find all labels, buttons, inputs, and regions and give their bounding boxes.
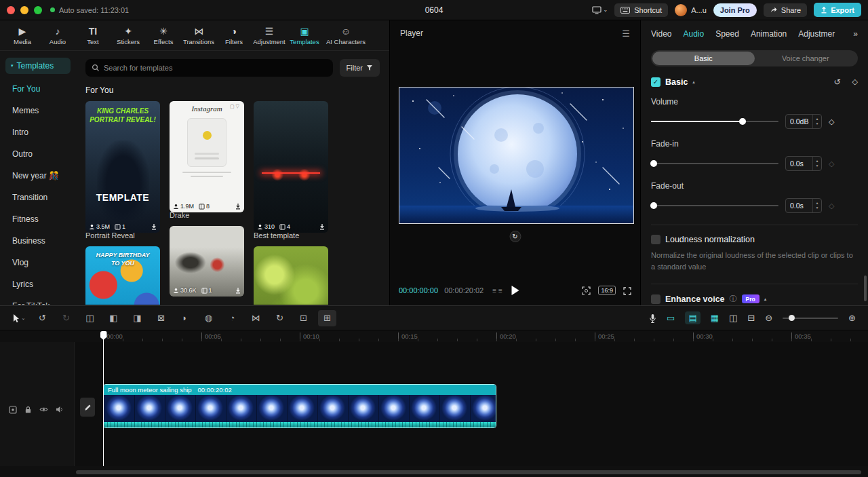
template-thumbnail[interactable]: 310 4 [254,101,328,233]
close-window-button[interactable] [7,6,15,14]
delete-right-button[interactable]: ◨ [125,313,149,323]
export-button[interactable]: Export [814,3,861,17]
cover-icon[interactable] [9,403,17,415]
volume-keyframe-icon[interactable]: ◇ [829,117,834,126]
caret-up-icon[interactable]: ▴ [764,297,767,302]
segment-voice-changer[interactable]: Voice changer [755,52,857,65]
enhance-voice-checkbox[interactable] [651,294,660,304]
sidebar-item-memes[interactable]: Memes [5,100,71,121]
fade-out-slider[interactable] [651,205,778,206]
mute-icon[interactable] [56,403,64,415]
timeline-zoom-slider[interactable] [783,318,838,319]
nav-text[interactable]: TIText [76,26,110,45]
nav-stickers[interactable]: ✦Stickers [111,26,145,45]
inspector-scrollbar[interactable] [864,275,867,301]
select-tool-button[interactable]: ⌄ [7,313,31,323]
eye-icon[interactable] [39,403,48,415]
split-view-button[interactable]: ◫ [729,313,737,323]
keyframe-icon[interactable]: ◇ [852,77,858,87]
sidebar-item-new-year[interactable]: New year 🎊 [5,165,71,187]
overlay-mode-button[interactable]: ⊞ [318,310,336,326]
tabs-overflow-icon[interactable]: » [853,29,858,39]
basic-checkbox[interactable]: ✓ [651,77,660,87]
mark-icons[interactable]: ≡≡ [492,287,505,294]
template-thumbnail[interactable]: 30.6K 1 [170,226,244,297]
redo-button[interactable]: ↻ [54,313,78,323]
template-card[interactable]: 310 4 Best template [254,101,328,240]
download-icon[interactable] [235,203,241,210]
info-icon[interactable]: ⓘ [730,294,737,304]
reset-icon[interactable]: ↺ [833,77,840,87]
split-button[interactable]: ◫ [78,313,102,323]
fade-out-value-box[interactable]: 0.0s ▲▼ [785,198,822,213]
sidebar-item-for-tiktok[interactable]: For TikTok [5,295,71,305]
template-thumbnail[interactable] [254,246,328,305]
mirror-button[interactable]: ⋈ [244,313,268,323]
nav-filters[interactable]: ◑Filters [217,26,251,45]
template-thumbnail[interactable]: KING CHARLES PORTRAIT REVEAL! TEMPLATE 3… [85,101,160,233]
play-button[interactable] [511,286,519,295]
template-card[interactable]: Instagram ▢▽ 1.9M 8 Drake [170,101,244,219]
undo-button[interactable]: ↺ [31,313,54,323]
fullscreen-icon[interactable] [623,286,631,294]
nav-media[interactable]: ▶Media [5,26,39,45]
templates-category-header[interactable]: ▾ Templates [5,58,71,74]
nav-audio[interactable]: ♪Audio [41,26,75,45]
caret-up-icon[interactable]: ▴ [692,79,695,85]
volume-value-box[interactable]: 0.0dB ▲▼ [785,114,822,129]
template-card[interactable] [254,246,328,305]
tab-adjustment[interactable]: Adjustmer [798,29,835,39]
stepper[interactable]: ▲▼ [812,199,821,212]
nav-transitions[interactable]: ⋈Transitions [182,26,216,45]
template-thumbnail[interactable]: HAPPY BIRTHDAY TO YOU [85,246,160,305]
preview-quality-icon[interactable] [582,286,591,295]
video-preview[interactable] [399,87,634,224]
fade-in-keyframe-icon[interactable]: ◇ [829,159,834,168]
video-clip[interactable]: Full moon meteor sailing ship 00:00:20:0… [103,384,496,428]
edit-clip-button[interactable] [80,398,95,417]
preview-loop-button[interactable]: ↻ [509,231,521,242]
stepper[interactable]: ▲▼ [812,115,821,128]
minimize-window-button[interactable] [20,6,28,14]
template-card[interactable]: KING CHARLES PORTRAIT REVEAL! TEMPLATE 3… [85,101,160,240]
mask-button[interactable]: ◗ [173,313,197,323]
aspect-ratio-button[interactable]: 16:9 [598,286,616,295]
lock-icon[interactable] [24,403,32,415]
display-mode-button[interactable]: ⌄ [592,6,608,14]
join-pro-button[interactable]: Join Pro [713,3,757,17]
sidebar-item-for-you[interactable]: For You [5,78,71,100]
sidebar-item-fitness[interactable]: Fitness [5,208,71,230]
tab-audio[interactable]: Audio [683,29,704,39]
stepper[interactable]: ▲▼ [812,157,821,170]
speed-button[interactable]: ◔ [220,313,244,323]
track-view-large-button[interactable]: ▦ [711,313,719,323]
sidebar-item-transition[interactable]: Transition [5,187,71,208]
avatar[interactable] [675,4,687,16]
template-thumbnail[interactable]: Instagram ▢▽ 1.9M 8 [170,101,244,212]
record-voiceover-button[interactable] [649,312,656,323]
download-icon[interactable] [235,287,241,294]
fade-out-keyframe-icon[interactable]: ◇ [829,202,834,210]
playhead[interactable] [103,331,104,466]
loudness-checkbox[interactable] [651,235,660,244]
zoom-out-button[interactable]: ⊖ [765,313,772,323]
tab-animation[interactable]: Animation [751,29,787,39]
volume-slider[interactable] [651,121,778,122]
download-icon[interactable] [151,223,157,230]
shortcut-button[interactable]: Shortcut [614,3,668,17]
pro-badge[interactable]: Pro [742,294,760,303]
timeline-scrollbar[interactable] [76,470,861,474]
share-button[interactable]: Share [764,3,807,17]
search-input[interactable] [104,64,327,72]
nav-templates[interactable]: ▣Templates [288,26,321,45]
sidebar-item-business[interactable]: Business [5,230,71,252]
timeline-tracks[interactable]: Full moon meteor sailing ship 00:00:20:0… [0,342,868,466]
delete-left-button[interactable]: ◧ [102,313,125,323]
track-view-compact-button[interactable]: ▭ [667,313,675,323]
maximize-window-button[interactable] [34,6,42,14]
delete-button[interactable]: ⊠ [149,313,173,323]
player-menu-icon[interactable]: ☰ [622,28,630,39]
track-view-medium-button[interactable]: ▤ [685,311,700,324]
fade-in-slider[interactable] [651,163,778,164]
nav-ai-characters[interactable]: ☺AI Characters [323,26,369,45]
